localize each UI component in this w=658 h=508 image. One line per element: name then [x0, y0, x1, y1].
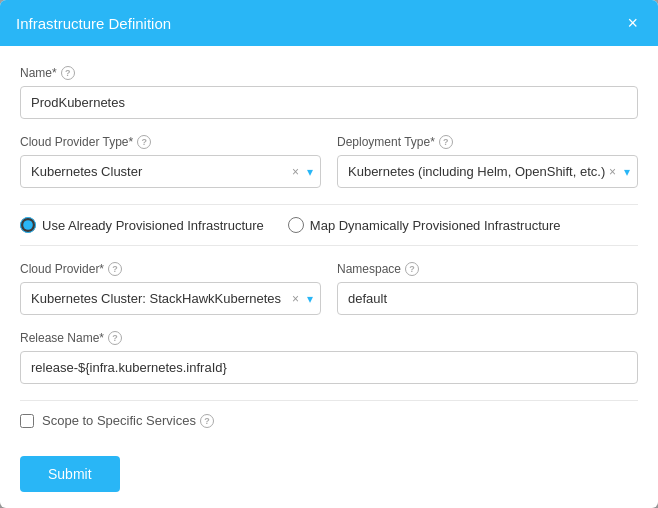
- submit-button[interactable]: Submit: [20, 456, 120, 492]
- release-name-group: Release Name* ?: [20, 331, 638, 384]
- close-button[interactable]: ×: [623, 12, 642, 34]
- radio-dynamic-label: Map Dynamically Provisioned Infrastructu…: [310, 218, 561, 233]
- namespace-col: Namespace ?: [337, 262, 638, 331]
- deployment-type-group: Deployment Type* ? Kubernetes (including…: [337, 135, 638, 188]
- cloud-provider-select-wrapper: Kubernetes Cluster: StackHawkKubernetes …: [20, 282, 321, 315]
- type-row: Cloud Provider Type* ? Kubernetes Cluste…: [20, 135, 638, 204]
- cloud-provider-type-label-text: Cloud Provider Type*: [20, 135, 133, 149]
- name-help-icon[interactable]: ?: [61, 66, 75, 80]
- cloud-namespace-row: Cloud Provider* ? Kubernetes Cluster: St…: [20, 262, 638, 331]
- deployment-type-label: Deployment Type* ?: [337, 135, 638, 149]
- cloud-provider-clear-icon[interactable]: ×: [292, 292, 299, 306]
- modal-title: Infrastructure Definition: [16, 15, 171, 32]
- cloud-provider-type-select-wrapper: Kubernetes Cluster × ▾: [20, 155, 321, 188]
- name-input[interactable]: [20, 86, 638, 119]
- scope-checkbox[interactable]: [20, 414, 34, 428]
- cloud-provider-type-select[interactable]: Kubernetes Cluster: [20, 155, 321, 188]
- scope-label-text: Scope to Specific Services: [42, 413, 196, 428]
- cloud-provider-type-label: Cloud Provider Type* ?: [20, 135, 321, 149]
- scope-help-icon[interactable]: ?: [200, 414, 214, 428]
- deployment-type-clear-icon[interactable]: ×: [609, 165, 616, 179]
- scope-label[interactable]: Scope to Specific Services ?: [42, 413, 214, 428]
- namespace-help-icon[interactable]: ?: [405, 262, 419, 276]
- cloud-provider-col: Cloud Provider* ? Kubernetes Cluster: St…: [20, 262, 321, 331]
- cloud-provider-type-group: Cloud Provider Type* ? Kubernetes Cluste…: [20, 135, 321, 188]
- modal-body: Name* ? Cloud Provider Type* ? Kubernet: [0, 46, 658, 440]
- modal-overlay: Infrastructure Definition × Name* ? Clou…: [0, 0, 658, 508]
- deployment-type-label-text: Deployment Type*: [337, 135, 435, 149]
- namespace-group: Namespace ?: [337, 262, 638, 315]
- namespace-input[interactable]: [337, 282, 638, 315]
- cloud-provider-select[interactable]: Kubernetes Cluster: StackHawkKubernetes: [20, 282, 321, 315]
- release-name-help-icon[interactable]: ?: [108, 331, 122, 345]
- provisioning-radio-group: Use Already Provisioned Infrastructure M…: [20, 204, 638, 246]
- modal-footer: Submit: [0, 440, 658, 508]
- radio-provisioned-label: Use Already Provisioned Infrastructure: [42, 218, 264, 233]
- name-group: Name* ?: [20, 66, 638, 119]
- radio-dynamic-input[interactable]: [288, 217, 304, 233]
- cloud-provider-help-icon[interactable]: ?: [108, 262, 122, 276]
- name-label-text: Name*: [20, 66, 57, 80]
- cloud-provider-type-col: Cloud Provider Type* ? Kubernetes Cluste…: [20, 135, 321, 204]
- modal-header: Infrastructure Definition ×: [0, 0, 658, 46]
- cloud-provider-label: Cloud Provider* ?: [20, 262, 321, 276]
- namespace-label-text: Namespace: [337, 262, 401, 276]
- radio-option-dynamic[interactable]: Map Dynamically Provisioned Infrastructu…: [288, 217, 561, 233]
- deployment-type-col: Deployment Type* ? Kubernetes (including…: [337, 135, 638, 204]
- scope-checkbox-group: Scope to Specific Services ?: [20, 400, 638, 440]
- cloud-provider-type-help-icon[interactable]: ?: [137, 135, 151, 149]
- cloud-provider-group: Cloud Provider* ? Kubernetes Cluster: St…: [20, 262, 321, 315]
- cloud-provider-label-text: Cloud Provider*: [20, 262, 104, 276]
- release-name-label: Release Name* ?: [20, 331, 638, 345]
- deployment-type-help-icon[interactable]: ?: [439, 135, 453, 149]
- cloud-provider-type-clear-icon[interactable]: ×: [292, 165, 299, 179]
- radio-option-provisioned[interactable]: Use Already Provisioned Infrastructure: [20, 217, 264, 233]
- deployment-type-select[interactable]: Kubernetes (including Helm, OpenShift, e…: [337, 155, 638, 188]
- name-label: Name* ?: [20, 66, 638, 80]
- radio-provisioned-input[interactable]: [20, 217, 36, 233]
- release-name-input[interactable]: [20, 351, 638, 384]
- deployment-type-select-wrapper: Kubernetes (including Helm, OpenShift, e…: [337, 155, 638, 188]
- modal: Infrastructure Definition × Name* ? Clou…: [0, 0, 658, 508]
- release-name-label-text: Release Name*: [20, 331, 104, 345]
- namespace-label: Namespace ?: [337, 262, 638, 276]
